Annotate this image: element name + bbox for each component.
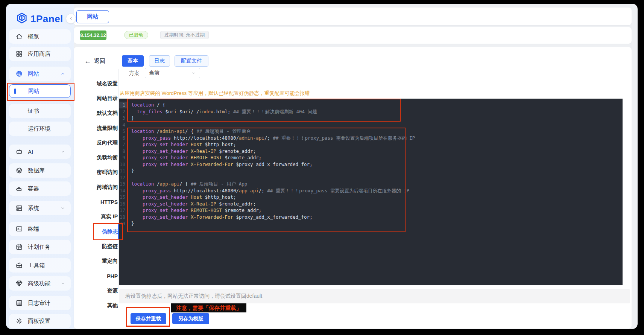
sidebar-item-terminal[interactable]: 终端 (9, 222, 71, 236)
settings-nav-item-2[interactable]: 默认文档 (74, 106, 118, 121)
settings-nav-divider (118, 69, 119, 289)
sidebar-item-cronjob[interactable]: 计划任务 (9, 240, 71, 254)
sidebar-item-website[interactable]: 网站 (9, 84, 71, 98)
line-number: 18 (119, 214, 125, 221)
1panel-hexagon-logo-icon (16, 12, 28, 26)
briefcase-icon (15, 262, 23, 269)
sidebar-item-ai[interactable]: AI (9, 145, 71, 159)
sidebar-item-system[interactable]: 系统 (9, 201, 71, 215)
open-tab-website[interactable]: 网站 (76, 10, 109, 23)
settings-nav-item-9[interactable]: 真实 IP (74, 210, 118, 224)
code-line: location /app-api/ { ## 后端项目 - 用户 App (131, 181, 415, 187)
sidebar-item-label: 容器 (28, 185, 39, 192)
tab-config-file[interactable]: 配置文件 (175, 55, 208, 67)
save-as-template-button[interactable]: 另存为模版 (172, 313, 209, 324)
line-number: 15 (119, 194, 125, 201)
code-line: proxy_set_header Host $http_host; (131, 194, 415, 201)
sidebar-item-label: 证书 (28, 108, 39, 115)
back-button[interactable]: ← 返回 (84, 55, 105, 67)
line-number: 5 (119, 128, 125, 135)
settings-nav-item-15[interactable]: 其他 (74, 298, 118, 313)
server-icon (15, 204, 23, 212)
sidebar-item-label: 应用商店 (28, 50, 50, 58)
settings-nav-item-8[interactable]: HTTPS (74, 195, 118, 209)
settings-nav-item-14[interactable]: 资源 (74, 283, 118, 298)
primary-sidebar: 1Panel 概览应用商店网站网站证书运行环境AI数据库容器系统终端计划任务工具… (6, 4, 74, 329)
settings-nav-item-5[interactable]: 负载均衡 (74, 150, 118, 165)
settings-nav-item-3[interactable]: 流量限制 (74, 121, 118, 136)
code-line: proxy_set_header X-Forwarded-For $proxy_… (131, 161, 415, 168)
sidebar-collapse-button[interactable]: ‹ (66, 14, 76, 24)
line-number: 12 (119, 174, 125, 181)
settings-nav-item-11[interactable]: 防盗链 (74, 239, 118, 254)
site-expire-badge: 过期时间: 永不过期 (160, 31, 209, 39)
line-number: 7 (119, 141, 125, 148)
settings-nav-item-0[interactable]: 域名设置 (74, 76, 118, 91)
line-number-gutter: 12345678910111213141516171819 (119, 102, 125, 227)
tab-log[interactable]: 日志 (149, 55, 170, 67)
calendar-icon (15, 243, 23, 251)
rewrite-code-editor[interactable]: 12345678910111213141516171819 location /… (119, 99, 623, 285)
chevron-up-icon (60, 71, 65, 76)
sidebar-item-label: AI (28, 149, 33, 155)
code-line: try_files $uri $uri/ /index.html; ## 重要！… (131, 108, 415, 115)
sidebar-item-advanced[interactable]: 高级功能 (9, 276, 71, 291)
sidebar-item-label: 计划任务 (28, 244, 50, 251)
chevron-down-icon (60, 281, 65, 286)
globe-icon (15, 70, 23, 78)
line-number: 10 (119, 161, 125, 168)
line-number: 19 (119, 220, 125, 227)
scheme-label: 方案 (129, 70, 140, 77)
sidebar-item-label: 日志审计 (28, 300, 50, 307)
site-ip-badge: 8.154.32.12 (80, 30, 106, 40)
sidebar-item-database[interactable]: 数据库 (9, 163, 71, 178)
settings-nav-item-4[interactable]: 反向代理 (74, 136, 118, 150)
app-logo: 1Panel (16, 12, 63, 26)
settings-nav-item-1[interactable]: 网站目录 (74, 91, 118, 106)
line-number: 16 (119, 201, 125, 207)
settings-nav-item-13[interactable]: PHP (74, 269, 118, 283)
settings-nav-item-rewrite-active[interactable]: 伪静态 (74, 224, 118, 239)
line-number: 2 (119, 108, 125, 115)
sidebar-item-certificate[interactable]: 证书 (9, 104, 71, 118)
settings-nav-item-6[interactable]: 密码访问 (74, 165, 118, 180)
chevron-down-icon (60, 206, 65, 211)
sidebar-item-runtime[interactable]: 运行环境 (9, 122, 71, 136)
code-line: proxy_set_header X-Real-IP $remote_addr; (131, 148, 415, 155)
settings-nav-item-12[interactable]: 重定向 (74, 254, 118, 269)
site-settings-panel: ← 返回 基本 日志 配置文件 域名设置网站目录默认文档流量限制反向代理负载均衡… (74, 47, 632, 329)
robot-icon (15, 148, 23, 155)
sidebar-item-panel-settings[interactable]: 面板设置 (9, 314, 71, 328)
sidebar-item-label: 系统 (28, 205, 39, 212)
sidebar-item-overview[interactable]: 概览 (9, 29, 71, 44)
code-line: proxy_set_header X-Forwarded-For $proxy_… (131, 214, 415, 221)
sidebar-item-log-audit[interactable]: 日志审计 (9, 296, 71, 310)
line-number: 13 (119, 181, 125, 187)
sidebar-item-app-store[interactable]: 应用商店 (9, 47, 71, 61)
main-area: 网站 8.154.32.12 已启动 过期时间: 永不过期 ← 返回 基本 日志… (74, 4, 638, 329)
save-and-reload-button[interactable]: 保存并重载 (131, 313, 166, 324)
sidebar-item-label: 工具箱 (28, 262, 45, 269)
code-line: proxy_set_header REMOTE-HOST $remote_add… (131, 154, 415, 161)
sidebar-item-label: 网站 (28, 88, 39, 95)
open-tabs-strip: 网站 (74, 8, 632, 25)
settings-nav-item-7[interactable]: 跨域访问 (74, 180, 118, 195)
sidebar-item-toolbox[interactable]: 工具箱 (9, 258, 71, 273)
layers-icon (15, 167, 23, 174)
line-number: 4 (119, 122, 125, 128)
code-line: proxy_pass http://localhost:48080/admin-… (131, 135, 415, 142)
list-icon (15, 299, 23, 307)
sidebar-item-website-group[interactable]: 网站 (9, 67, 71, 81)
rewrite-warning-text: 从应用商店安装的 WordPress 等应用，默认已经配置好伪静态，重复配置可能… (120, 90, 310, 97)
line-number: 9 (119, 154, 125, 161)
sidebar-item-label: 概览 (28, 33, 39, 40)
code-line: } (131, 168, 415, 174)
scheme-select-value: 当前 (149, 70, 159, 76)
site-state-badge: 已启动 (124, 31, 148, 39)
sidebar-item-container[interactable]: 容器 (9, 181, 71, 196)
tab-basic[interactable]: 基本 (122, 55, 144, 67)
sidebar-item-label: 数据库 (28, 167, 45, 174)
scheme-select[interactable]: 当前 (145, 68, 200, 78)
settings-nav-active-indicator (118, 224, 119, 239)
code-line: } (131, 220, 415, 227)
